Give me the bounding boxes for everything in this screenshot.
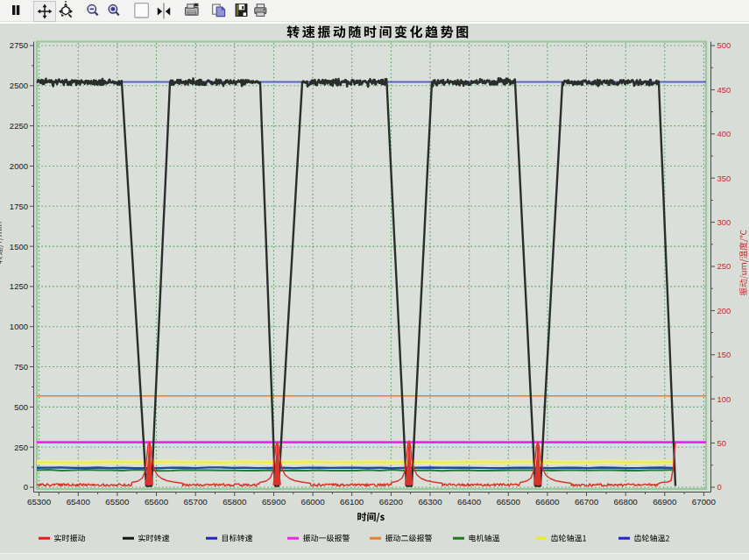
svg-text:100: 100 [717,394,731,404]
svg-text:300: 300 [717,217,731,227]
svg-text:66600: 66600 [535,497,560,507]
svg-text:66000: 66000 [300,497,325,507]
svg-text:1500: 1500 [10,242,28,252]
svg-text:66300: 66300 [418,497,442,507]
svg-text:66100: 66100 [340,497,364,507]
svg-text:50: 50 [717,438,727,448]
svg-text:65400: 65400 [67,497,91,507]
svg-text:65500: 65500 [105,497,130,507]
svg-text:0: 0 [24,482,28,492]
svg-text:65300: 65300 [27,497,52,507]
svg-text:250: 250 [14,443,28,452]
svg-text:65700: 65700 [184,497,208,507]
svg-text:450: 450 [717,85,731,95]
svg-text:2250: 2250 [10,121,28,131]
svg-text:500: 500 [717,40,731,50]
svg-text:250: 250 [717,261,731,271]
svg-text:200: 200 [717,306,731,315]
svg-text:67000: 67000 [692,497,717,507]
svg-text:2500: 2500 [10,81,28,90]
svg-text:750: 750 [14,362,28,372]
svg-text:66900: 66900 [653,497,677,507]
svg-text:65800: 65800 [223,497,247,507]
svg-text:400: 400 [717,129,731,138]
svg-text:65600: 65600 [145,497,169,507]
svg-text:1750: 1750 [10,202,28,211]
svg-text:1000: 1000 [10,322,28,331]
svg-text:66200: 66200 [379,497,404,507]
svg-text:2000: 2000 [10,161,28,171]
svg-text:66500: 66500 [497,497,521,507]
svg-text:1250: 1250 [10,281,28,291]
svg-text:65900: 65900 [262,497,286,507]
svg-text:500: 500 [14,402,28,412]
svg-text:2750: 2750 [10,40,28,50]
svg-text:350: 350 [717,174,731,183]
svg-text:66800: 66800 [614,497,639,507]
svg-text:66700: 66700 [575,497,599,507]
svg-text:150: 150 [717,350,731,359]
svg-text:0: 0 [717,482,722,492]
svg-text:66400: 66400 [457,497,482,507]
